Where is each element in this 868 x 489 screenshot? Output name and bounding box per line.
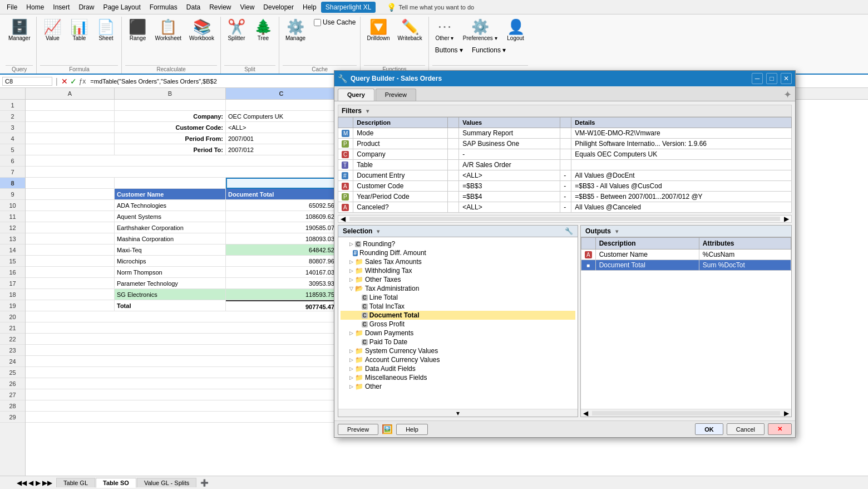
tree-item-totalinctax[interactable]: C Total IncTax <box>341 302 575 311</box>
tree-item-downpayments[interactable]: ▷ 📁 Down Payments <box>341 329 575 338</box>
cell-b11[interactable]: Aquent Systems <box>115 211 226 222</box>
tree-item-grossprofit[interactable]: C Gross Profit <box>341 320 575 329</box>
ribbon-btn-tree[interactable]: 🌲 Tree <box>251 18 275 43</box>
output-row-customername[interactable]: A Customer Name %CusNam <box>581 250 791 260</box>
ribbon-btn-preferences[interactable]: ⚙️ Preferences ▾ <box>460 18 500 43</box>
use-cache-checkbox[interactable] <box>314 19 321 26</box>
cell-a10[interactable] <box>26 200 115 211</box>
formula-confirm-icon[interactable]: ✓ <box>70 77 77 86</box>
filter-row-table[interactable]: T Table A/R Sales Order <box>338 160 792 170</box>
cell-b13[interactable]: Mashina Corporation <box>115 233 226 245</box>
ribbon-btn-other[interactable]: ⋯ Other ▾ <box>432 18 457 43</box>
tree-item-paidtodate[interactable]: C Paid To Date <box>341 338 575 346</box>
cell-a4[interactable] <box>26 133 115 144</box>
tree-item-taxadmin[interactable]: ▽ 📂 Tax Administration <box>341 284 575 293</box>
filters-header[interactable]: Filters ▾ <box>338 105 792 117</box>
cell-c16[interactable]: 140167.03 <box>226 267 337 278</box>
menu-sharperlight[interactable]: Sharperlight XL <box>321 2 376 13</box>
cell-a16[interactable] <box>26 267 115 278</box>
selection-scroll-down[interactable]: ▾ <box>338 409 578 417</box>
ribbon-btn-logout[interactable]: 👤 Logout <box>504 18 528 43</box>
output-row-doctotal[interactable]: ■ Document Total Sum %DocTot <box>581 260 791 271</box>
tree-item-salestax[interactable]: ▷ 📁 Sales Tax Amounts <box>341 257 575 266</box>
hscroll-left[interactable]: ◀ <box>338 215 348 223</box>
cell-b5[interactable]: Period To: <box>115 144 226 155</box>
dialog-preview-btn[interactable]: Preview <box>338 424 378 435</box>
filter-row-yearperiod[interactable]: P Year/Period Code =$B$4 - =$B$5 - Betwe… <box>338 192 792 202</box>
ribbon-btn-splitter[interactable]: ✂️ Splitter <box>224 18 249 43</box>
cell-c17[interactable]: 30953.93 <box>226 278 337 289</box>
cell-b1[interactable] <box>115 100 226 111</box>
cell-a17[interactable] <box>26 278 115 289</box>
menu-developer[interactable]: Developer <box>259 2 298 13</box>
cell-a13[interactable] <box>26 233 115 245</box>
cell-b4[interactable]: Period From: <box>115 133 226 144</box>
outputs-panel-header[interactable]: Outputs ▾ <box>581 226 791 237</box>
dialog-minimize-btn[interactable]: ─ <box>752 73 763 84</box>
dialog-preview-icon[interactable]: 🖼️ <box>382 424 393 435</box>
menu-data[interactable]: Data <box>182 2 205 13</box>
tree-item-linetotal[interactable]: C Line Total <box>341 293 575 302</box>
filters-hscroll[interactable]: ◀ ▶ <box>338 215 792 223</box>
cell-a3[interactable] <box>26 122 115 133</box>
cell-a19[interactable] <box>26 300 115 311</box>
cell-a2[interactable] <box>26 111 115 122</box>
cell-c18[interactable]: 118593.75 <box>226 289 337 300</box>
dialog-ok-btn[interactable]: OK <box>695 423 723 435</box>
cell-b10[interactable]: ADA Technologies <box>115 200 226 211</box>
tree-item-acccurrency[interactable]: ▷ 📁 Account Currency Values <box>341 355 575 364</box>
cell-c15[interactable]: 80807.96 <box>226 256 337 267</box>
cell-c14[interactable]: 64842.52 <box>226 245 337 256</box>
cell-a15[interactable] <box>26 256 115 267</box>
outputs-scroll-left[interactable]: ◀ <box>581 409 590 417</box>
ribbon-btn-buttons[interactable]: Buttons ▾ <box>432 45 466 55</box>
menu-draw[interactable]: Draw <box>74 2 98 13</box>
cell-c5[interactable]: 2007/012 <box>226 144 337 155</box>
tree-item-doctotal[interactable]: C Document Total <box>341 311 575 320</box>
cell-c12[interactable]: 190585.07 <box>226 222 337 233</box>
menu-help[interactable]: Help <box>298 2 321 13</box>
dialog-close-btn[interactable]: ✕ <box>781 73 792 84</box>
cell-b3[interactable]: Customer Code: <box>115 122 226 133</box>
cell-c19[interactable]: 907745.47 <box>226 300 337 311</box>
dialog-maximize-btn[interactable]: □ <box>766 73 777 84</box>
cell-c4[interactable]: 2007/001 <box>226 133 337 144</box>
menu-formulas[interactable]: Formulas <box>145 2 182 13</box>
tree-item-dataaudit[interactable]: ▷ 📁 Data Audit Fields <box>341 364 575 373</box>
tree-item-other[interactable]: ▷ 📁 Other <box>341 382 575 391</box>
cell-b18[interactable]: SG Electronics <box>115 289 226 300</box>
cell-b9[interactable]: Customer Name <box>115 189 226 200</box>
ribbon-btn-manage[interactable]: ⚙️ Manage <box>283 18 308 43</box>
add-sheet-btn[interactable]: ➕ <box>200 479 209 487</box>
ribbon-btn-value[interactable]: 📈 Value <box>40 18 65 43</box>
cell-c11[interactable]: 108609.62 <box>226 211 337 222</box>
menu-home[interactable]: Home <box>22 2 48 13</box>
outputs-hscroll[interactable]: ◀ ▶ <box>581 409 791 417</box>
dialog-help-btn[interactable]: Help <box>396 424 428 435</box>
selection-panel-header[interactable]: Selection ▾ 🔧 <box>338 226 578 237</box>
cell-a14[interactable] <box>26 245 115 256</box>
cell-a18[interactable] <box>26 289 115 300</box>
cell-a8[interactable] <box>26 178 115 189</box>
use-cache-row[interactable]: Use Cache <box>313 18 357 27</box>
tree-item-syscurrency[interactable]: ▷ 📁 System Currency Values <box>341 346 575 355</box>
filter-row-company[interactable]: C Company - Equals OEC Computers UK <box>338 149 792 160</box>
menu-review[interactable]: Review <box>205 2 235 13</box>
ribbon-btn-sheet[interactable]: 📄 Sheet <box>93 18 118 43</box>
cell-a11[interactable] <box>26 211 115 222</box>
filter-row-product[interactable]: P Product SAP Business One Philight Soft… <box>338 139 792 149</box>
formula-cancel-icon[interactable]: ✕ <box>61 77 68 86</box>
cell-a5[interactable] <box>26 144 115 155</box>
tree-item-rounding[interactable]: ▷ C Rounding? <box>341 239 575 248</box>
outputs-scroll-right[interactable]: ▶ <box>782 409 791 417</box>
cell-b14[interactable]: Maxi-Teq <box>115 245 226 256</box>
menu-insert[interactable]: Insert <box>48 2 74 13</box>
cell-a12[interactable] <box>26 222 115 233</box>
ribbon-btn-table[interactable]: 📊 Table <box>67 18 91 43</box>
sheet-nav[interactable]: ◀◀ ◀ ▶ ▶▶ <box>17 479 52 487</box>
tree-item-miscfields[interactable]: ▷ 📁 Miscellaneous Fields <box>341 373 575 382</box>
ribbon-btn-func-dropdown[interactable]: Functions ▾ <box>469 45 509 55</box>
cell-c2[interactable]: OEC Computers UK <box>226 111 337 122</box>
menu-pagelayout[interactable]: Page Layout <box>98 2 145 13</box>
filter-row-customercode[interactable]: A Customer Code =$B$3 - =$B$3 - All Valu… <box>338 181 792 192</box>
